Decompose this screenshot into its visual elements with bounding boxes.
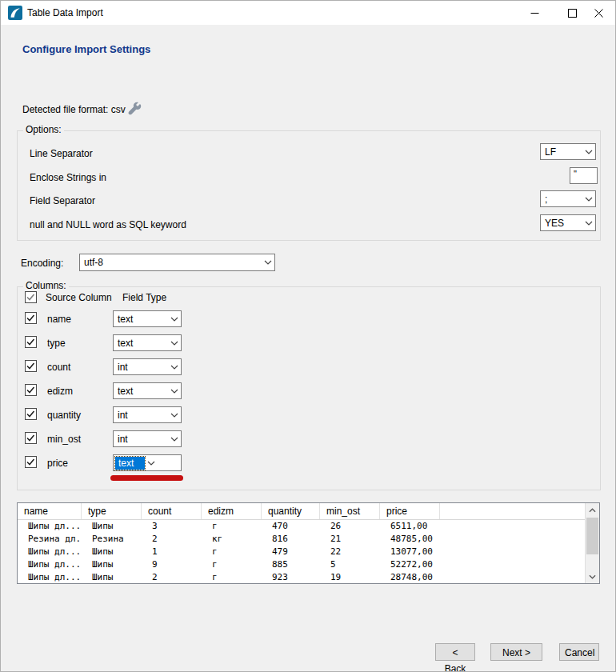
preview-header-quantity: quantity <box>262 503 320 519</box>
checkbox-type[interactable] <box>25 336 37 348</box>
chevron-down-icon <box>168 317 181 322</box>
mysql-workbench-icon <box>8 6 22 20</box>
table-cell: Шипы <box>82 520 142 533</box>
back-button[interactable]: < Back <box>435 643 475 661</box>
table-row: Шипы дл...Шипы1г4792213077,00 <box>18 546 586 558</box>
chevron-down-icon <box>168 341 181 346</box>
scroll-up-button[interactable] <box>586 503 599 517</box>
detected-format-label: Detected file format: csv <box>22 104 126 115</box>
field-type-select-name[interactable]: text <box>113 310 182 327</box>
field-type-select-type[interactable]: text <box>113 334 182 351</box>
table-cell: Шипы дл... <box>18 520 82 533</box>
wrench-icon[interactable] <box>127 101 142 115</box>
enclose-strings-input[interactable]: " <box>570 167 598 184</box>
line-separator-select[interactable]: LF <box>540 143 596 160</box>
checkbox-min_ost[interactable] <box>25 432 37 444</box>
field-type-select-edizm[interactable]: text <box>113 382 182 399</box>
preview-header-type: type <box>82 503 142 519</box>
scrollbar-thumb[interactable] <box>586 518 598 554</box>
table-cell: Резина дл... <box>18 533 82 546</box>
table-cell: г <box>202 571 262 584</box>
encoding-label: Encoding: <box>21 258 63 269</box>
chevron-down-icon <box>168 413 181 418</box>
table-cell: 13077,00 <box>380 546 587 558</box>
chevron-down-icon <box>582 221 595 226</box>
table-cell: г <box>202 558 262 571</box>
options-groupbox: Options: Line Separator Enclose Strings … <box>17 130 601 241</box>
preview-header-count: count <box>142 503 202 519</box>
checkbox-price[interactable] <box>25 456 37 468</box>
preview-header-min_ost: min_ost <box>320 503 380 519</box>
minimize-button[interactable] <box>517 1 553 25</box>
scroll-down-button[interactable] <box>586 570 599 583</box>
table-cell: 816 <box>262 533 320 546</box>
preview-header-edizm: edizm <box>202 503 262 519</box>
table-row: Резина дл...Резина2кг8162148785,00 <box>18 533 586 546</box>
source-column-label-quantity: quantity <box>47 410 81 421</box>
page-title: Configure Import Settings <box>22 43 150 55</box>
chevron-down-icon <box>168 389 181 394</box>
close-button[interactable] <box>581 1 616 25</box>
table-cell: 2 <box>142 571 202 584</box>
enclose-strings-label: Enclose Strings in <box>30 172 106 183</box>
field-type-select-min_ost[interactable]: int <box>113 430 182 447</box>
table-row: Шипы дл...Шипы3г470266511,00 <box>18 520 586 533</box>
field-separator-select[interactable]: ; <box>540 190 596 207</box>
chevron-up-icon <box>589 508 596 513</box>
chevron-down-icon <box>589 574 596 579</box>
maximize-icon <box>568 9 577 18</box>
table-cell: 5 <box>320 558 380 571</box>
chevron-down-icon <box>168 437 181 442</box>
window-title: Table Data Import <box>27 7 103 18</box>
table-cell: 52272,00 <box>380 558 587 571</box>
columns-legend: Columns: <box>23 280 69 291</box>
table-cell: г <box>202 546 262 558</box>
null-keyword-label: null and NULL word as SQL keyword <box>30 219 186 230</box>
field-separator-label: Field Separator <box>30 195 95 206</box>
table-data-import-window: Table Data Import Configure Import Setti… <box>0 0 616 672</box>
table-cell: 923 <box>262 571 320 584</box>
checkbox-quantity[interactable] <box>25 408 37 420</box>
options-legend: Options: <box>23 124 64 135</box>
columns-groupbox: Columns: <box>17 286 601 490</box>
field-type-select-quantity[interactable]: int <box>113 406 182 423</box>
line-separator-label: Line Separator <box>30 148 93 159</box>
table-cell: 28748,00 <box>380 571 587 584</box>
field-type-select-count[interactable]: int <box>113 358 182 375</box>
table-cell: 885 <box>262 558 320 571</box>
field-type-header: Field Type <box>122 292 166 303</box>
checkbox-edizm[interactable] <box>25 384 37 396</box>
chevron-down-icon <box>582 197 595 202</box>
source-column-label-name: name <box>47 314 71 325</box>
table-row: Шипы дл...Шипы2г9231928748,00 <box>18 571 586 584</box>
preview-table: nametypecountedizmquantitymin_ostprice Ш… <box>17 502 600 584</box>
table-row: Шипы дл...Шипы9г885552272,00 <box>18 558 586 571</box>
checkbox-name[interactable] <box>25 312 37 324</box>
close-icon <box>594 9 603 18</box>
preview-header-row: nametypecountedizmquantitymin_ostprice <box>18 503 586 520</box>
source-column-label-count: count <box>47 362 70 373</box>
table-cell: Шипы дл... <box>18 546 82 558</box>
checkbox-count[interactable] <box>25 360 37 372</box>
table-cell: Резина <box>82 533 142 546</box>
preview-scrollbar[interactable] <box>585 503 599 583</box>
table-cell: 470 <box>262 520 320 533</box>
field-type-select-price[interactable]: text <box>113 454 182 471</box>
null-keyword-select[interactable]: YES <box>540 214 596 231</box>
table-cell: 1 <box>142 546 202 558</box>
table-cell: Шипы <box>82 546 142 558</box>
chevron-down-icon <box>262 260 274 265</box>
table-cell: Шипы дл... <box>18 571 82 584</box>
table-cell: 479 <box>262 546 320 558</box>
encoding-select[interactable]: utf-8 <box>79 254 275 271</box>
cancel-button[interactable]: Cancel <box>559 643 599 661</box>
next-button[interactable]: Next > <box>490 643 542 661</box>
table-cell: 19 <box>320 571 380 584</box>
table-cell: 9 <box>142 558 202 571</box>
table-cell: 48785,00 <box>380 533 587 546</box>
table-cell: кг <box>202 533 262 546</box>
chevron-down-icon <box>582 150 595 154</box>
preview-header-price: price <box>380 503 440 519</box>
titlebar: Table Data Import <box>1 1 616 25</box>
select-all-checkbox[interactable] <box>25 291 37 303</box>
